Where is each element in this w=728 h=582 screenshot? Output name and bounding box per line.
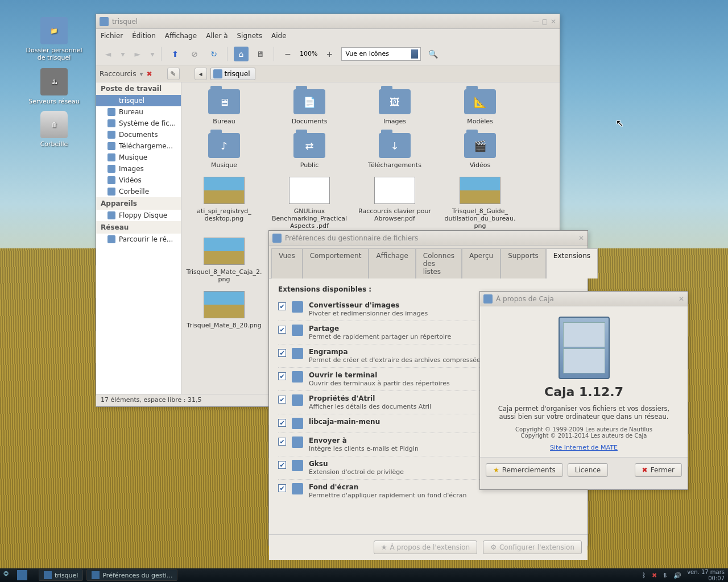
file-item[interactable]: Raccourcis clavier pour Abrowser.pdf (352, 177, 437, 230)
folder-item[interactable]: 🖼Images (352, 89, 437, 125)
checkbox[interactable]: ✔ (278, 326, 286, 334)
titlebar[interactable]: À propos de Caja ✕ (480, 292, 688, 306)
reload-button[interactable]: ↻ (206, 47, 221, 61)
file-item[interactable]: GNULinux Benchmarking_Practical Aspects … (267, 177, 352, 230)
desktop-icon-trash[interactable]: 🗑 Corbeille (23, 111, 85, 148)
tab[interactable]: Colonnes des listes (416, 248, 462, 278)
sidebar-item[interactable]: Images (96, 163, 181, 174)
chevron-down-icon[interactable]: ▾ (139, 70, 143, 78)
network-icon[interactable]: ⥮ (663, 572, 668, 579)
tab[interactable]: Extensions (546, 248, 598, 278)
path-back-button[interactable]: ◂ (195, 68, 207, 80)
tab[interactable]: Affichage (369, 248, 415, 278)
sidebar-item[interactable]: trisquel (96, 95, 181, 106)
forward-button[interactable]: ► (130, 47, 145, 61)
folder-label: Vidéos (437, 161, 523, 169)
menu-edit[interactable]: Édition (132, 32, 156, 40)
folder-item[interactable]: ♪Musique (181, 133, 267, 169)
desktop-icon-home[interactable]: 📁 Dossier personnel de trisquel (23, 17, 85, 61)
folder-item[interactable]: 🎬Vidéos (437, 133, 523, 169)
menu-view[interactable]: Affichage (165, 32, 197, 40)
file-item[interactable]: Trisquel_8_Guide_ dutilsation_du_bureau.… (437, 177, 523, 230)
sidebar-item[interactable]: Documents (96, 129, 181, 140)
zoom-out-button[interactable]: − (280, 47, 295, 61)
volume-icon[interactable]: 🔊 (673, 572, 681, 579)
back-menu-icon[interactable]: ▾ (120, 47, 126, 61)
file-item[interactable]: Trisquel_Mate_8_20.png (181, 291, 267, 329)
edit-location-button[interactable]: ✎ (167, 68, 180, 80)
titlebar[interactable]: Préférences du gestionnaire de fichiers … (269, 231, 588, 246)
tab[interactable]: Comportement (303, 248, 369, 278)
sidebar-item[interactable]: Parcourir le ré... (96, 234, 181, 245)
folder-item[interactable]: 📄Documents (267, 89, 352, 125)
menu-help[interactable]: Aide (271, 32, 287, 40)
forward-menu-icon[interactable]: ▾ (150, 47, 155, 61)
sidebar-item[interactable]: Musique (96, 152, 181, 163)
checkbox[interactable]: ✔ (278, 302, 286, 310)
taskbar-item-filemanager[interactable]: trisquel (39, 569, 83, 581)
menu-go[interactable]: Aller à (206, 32, 228, 40)
close-icon[interactable]: ✕ (578, 235, 584, 241)
folder-icon: 📐 (464, 89, 496, 114)
bluetooth-icon[interactable]: ᛒ (642, 572, 646, 579)
file-item[interactable]: ati_spi_registryd_ desktop.png (181, 177, 267, 230)
clock[interactable]: ven. 17 mars 00:07 (687, 569, 725, 581)
checkbox[interactable]: ✔ (278, 349, 286, 357)
license-button[interactable]: Licence (568, 463, 609, 477)
back-button[interactable]: ◄ (101, 47, 115, 61)
sidebar-item[interactable]: Vidéos (96, 174, 181, 186)
sidebar-item[interactable]: Bureau (96, 106, 181, 118)
menu-file[interactable]: Fichier (101, 32, 123, 40)
close-sidebar-icon[interactable]: ✖ (146, 70, 152, 78)
tab[interactable]: Vues (271, 248, 303, 278)
website-link[interactable]: Site Internet de MATE (550, 444, 618, 451)
search-button[interactable]: 🔍 (425, 47, 440, 61)
checkbox[interactable]: ✔ (278, 438, 286, 446)
disabled-icon[interactable]: ✖ (652, 572, 657, 579)
folder-item[interactable]: 🖥Bureau (181, 89, 267, 125)
folder-item[interactable]: ↓Téléchargements (352, 133, 437, 169)
close-icon[interactable]: ✕ (679, 296, 684, 302)
menu-bookmarks[interactable]: Signets (237, 32, 263, 40)
configure-extension-button[interactable]: ⚙Configurer l'extension (483, 541, 582, 554)
show-desktop-icon[interactable] (17, 570, 27, 580)
home-button[interactable]: ⌂ (234, 47, 249, 61)
checkbox[interactable]: ✔ (278, 484, 286, 492)
computer-button[interactable]: 🖥 (253, 47, 268, 61)
tab[interactable]: Aperçu (462, 248, 500, 278)
tab[interactable]: Supports (500, 248, 546, 278)
file-label: Trisquel_8_Mate_Caja_2. png (181, 268, 267, 283)
location-chip[interactable]: trisquel (210, 68, 255, 80)
minimize-icon[interactable]: — (532, 19, 538, 24)
desktop-icon-label: Serveurs réseau (23, 98, 85, 105)
stop-button[interactable]: ⊘ (187, 47, 202, 61)
sidebar-heading: Appareils (96, 197, 181, 210)
extension-desc: Afficher les détails des documents Atril (309, 403, 431, 410)
maximize-icon[interactable]: ▢ (541, 19, 547, 24)
folder-item[interactable]: ⇄Public (267, 133, 352, 169)
close-icon[interactable]: ✕ (551, 19, 556, 24)
credits-button[interactable]: ★Remerciements (486, 463, 563, 477)
file-item[interactable]: Trisquel_8_Mate_Caja_2. png (181, 238, 267, 283)
extension-name: Gksu (309, 460, 404, 468)
about-extension-button[interactable]: ★À propos de l'extension (374, 541, 477, 554)
desktop-icon-network[interactable]: 🖧 Serveurs réseau (23, 68, 85, 105)
checkbox[interactable]: ✔ (278, 419, 286, 427)
sidebar-item[interactable]: Téléchargeme... (96, 140, 181, 152)
folder-item[interactable]: 📐Modèles (437, 89, 523, 125)
sidebar-item[interactable]: Corbeille (96, 186, 181, 197)
checkbox[interactable]: ✔ (278, 461, 286, 469)
up-button[interactable]: ⬆ (168, 47, 183, 61)
close-button[interactable]: ✖Fermer (635, 463, 682, 477)
taskbar-item-prefs[interactable]: Préférences du gesti... (86, 569, 177, 581)
sidebar-item[interactable]: Floppy Disque (96, 210, 181, 221)
sidebar-item[interactable]: Système de fic... (96, 118, 181, 129)
titlebar[interactable]: trisquel — ▢ ✕ (96, 14, 560, 29)
zoom-in-button[interactable]: + (322, 47, 337, 61)
view-selector[interactable]: Vue en icônes (341, 47, 421, 61)
checkbox[interactable]: ✔ (278, 396, 286, 404)
sidebar-item-label: Floppy Disque (119, 211, 167, 219)
menu-icon[interactable]: ❂ (3, 570, 14, 580)
checkbox[interactable]: ✔ (278, 372, 286, 380)
folder-label: Documents (267, 118, 352, 125)
